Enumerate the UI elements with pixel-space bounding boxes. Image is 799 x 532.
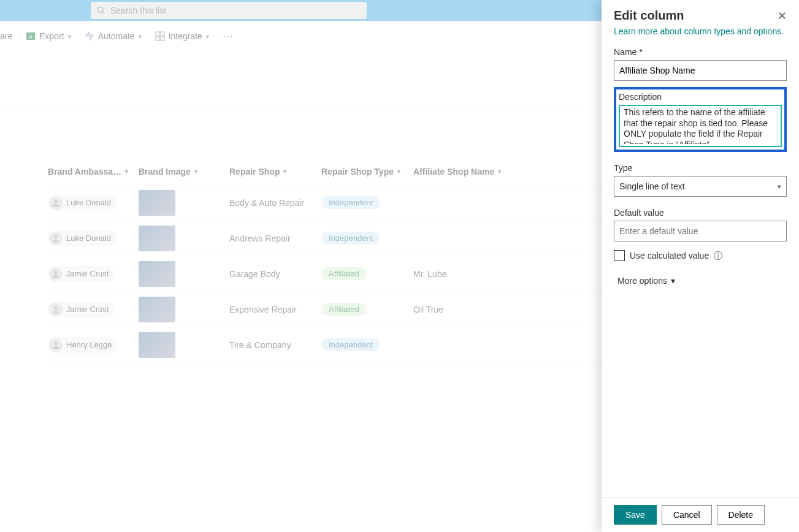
svg-rect-7 (161, 37, 164, 40)
shop-type-pill: Independent (321, 196, 380, 209)
repair-shop-cell: Andrews Repair (229, 234, 291, 243)
save-button[interactable]: Save (614, 505, 657, 525)
svg-point-9 (54, 235, 57, 238)
integrate-button[interactable]: Integrate ▾ (155, 31, 209, 41)
person-chip[interactable]: Henry Legge (48, 337, 118, 353)
person-name: Jamie Crust (66, 269, 109, 278)
share-button[interactable]: are (0, 31, 12, 41)
chevron-down-icon: ▾ (68, 33, 71, 40)
brand-image-thumbnail[interactable] (139, 226, 175, 251)
repair-shop-cell: Expensive Repair (229, 305, 297, 314)
brand-image-thumbnail[interactable] (139, 332, 175, 358)
excel-icon: X (26, 31, 36, 41)
avatar (49, 196, 63, 210)
shop-type-pill: Independent (321, 338, 380, 351)
calculated-value-checkbox[interactable] (614, 250, 625, 261)
chevron-down-icon: ▾ (206, 33, 209, 40)
person-name: Jamie Crust (66, 305, 109, 314)
learn-more-link[interactable]: Learn more about column types and option… (614, 26, 787, 36)
shop-type-pill: Affiliated (321, 303, 367, 316)
chevron-down-icon: ▾ (125, 168, 128, 175)
automate-button[interactable]: Automate ▾ (85, 31, 142, 41)
default-value-input[interactable] (614, 221, 787, 241)
column-header-affiliate[interactable]: Affiliate Shop Name▾ (413, 167, 536, 177)
avatar (49, 303, 63, 316)
more-actions-button[interactable]: ··· (223, 30, 234, 43)
avatar (49, 267, 63, 281)
person-chip[interactable]: Jamie Crust (48, 302, 115, 317)
person-chip[interactable]: Luke Donald (48, 230, 117, 246)
svg-text:X: X (29, 34, 32, 40)
brand-image-thumbnail[interactable] (139, 190, 175, 216)
affiliate-name-cell: Oil True (413, 305, 443, 314)
column-header-ambassador[interactable]: Brand Ambassa…▾ (48, 167, 139, 177)
description-textarea[interactable] (620, 106, 781, 144)
avatar (49, 232, 63, 245)
type-value: Single line of text (619, 181, 685, 191)
brand-image-thumbnail[interactable] (139, 297, 175, 322)
integrate-icon (155, 31, 165, 41)
repair-shop-cell: Tire & Company (229, 340, 291, 350)
description-label: Description (619, 92, 782, 102)
info-icon[interactable]: i (714, 251, 722, 260)
name-input[interactable] (614, 60, 787, 81)
chevron-down-icon: ▾ (139, 33, 142, 40)
person-name: Luke Donald (66, 234, 111, 243)
search-icon (97, 6, 105, 15)
type-label: Type (614, 163, 787, 173)
chevron-down-icon: ▾ (498, 168, 501, 175)
chevron-down-icon: ▾ (194, 168, 197, 175)
chevron-down-icon: ▾ (778, 183, 781, 191)
calculated-value-label: Use calculated value (630, 251, 709, 260)
export-label: Export (39, 31, 64, 41)
person-name: Henry Legge (66, 340, 112, 349)
integrate-label: Integrate (169, 31, 202, 41)
default-label: Default value (614, 208, 787, 218)
person-chip[interactable]: Jamie Crust (48, 266, 115, 282)
person-name: Luke Donald (66, 198, 111, 207)
share-label: are (0, 31, 12, 41)
chevron-down-icon: ▾ (283, 168, 286, 175)
repair-shop-cell: Body & Auto Repair (229, 198, 304, 208)
svg-rect-5 (161, 32, 164, 36)
column-header-image[interactable]: Brand Image▾ (139, 167, 229, 177)
automate-label: Automate (98, 31, 135, 41)
svg-line-1 (102, 12, 104, 13)
panel-title: Edit column (614, 9, 684, 23)
export-button[interactable]: X Export ▾ (26, 31, 71, 41)
search-input[interactable]: Search this list (91, 2, 367, 19)
automate-icon (85, 31, 94, 41)
delete-button[interactable]: Delete (717, 505, 765, 525)
avatar (49, 338, 63, 352)
repair-shop-cell: Garage Body (229, 269, 280, 279)
more-options-toggle[interactable]: More options ▾ (617, 276, 787, 286)
svg-point-10 (54, 270, 57, 273)
column-header-type[interactable]: Repair Shop Type▾ (321, 167, 413, 177)
svg-point-12 (54, 341, 57, 344)
column-header-shop[interactable]: Repair Shop▾ (229, 167, 321, 177)
brand-image-thumbnail[interactable] (139, 261, 175, 287)
affiliate-name-cell: Mr. Lube (413, 269, 446, 279)
chevron-down-icon: ▾ (397, 168, 400, 175)
type-select[interactable]: Single line of text ▾ (614, 176, 787, 197)
svg-point-8 (54, 199, 57, 202)
shop-type-pill: Independent (321, 232, 380, 245)
person-chip[interactable]: Luke Donald (48, 195, 117, 211)
shop-type-pill: Affiliated (321, 267, 367, 280)
description-highlight: Description (614, 87, 787, 152)
chevron-down-icon: ▾ (671, 276, 675, 286)
cancel-button[interactable]: Cancel (662, 505, 712, 525)
edit-column-panel: Edit column ✕ Learn more about column ty… (602, 0, 799, 532)
search-placeholder: Search this list (110, 6, 166, 15)
close-button[interactable]: ✕ (778, 10, 787, 21)
name-label: Name * (614, 47, 787, 57)
svg-point-11 (54, 306, 57, 309)
panel-footer: Save Cancel Delete (602, 497, 799, 532)
svg-rect-4 (156, 32, 159, 36)
svg-point-0 (97, 7, 103, 12)
svg-rect-6 (156, 37, 159, 40)
